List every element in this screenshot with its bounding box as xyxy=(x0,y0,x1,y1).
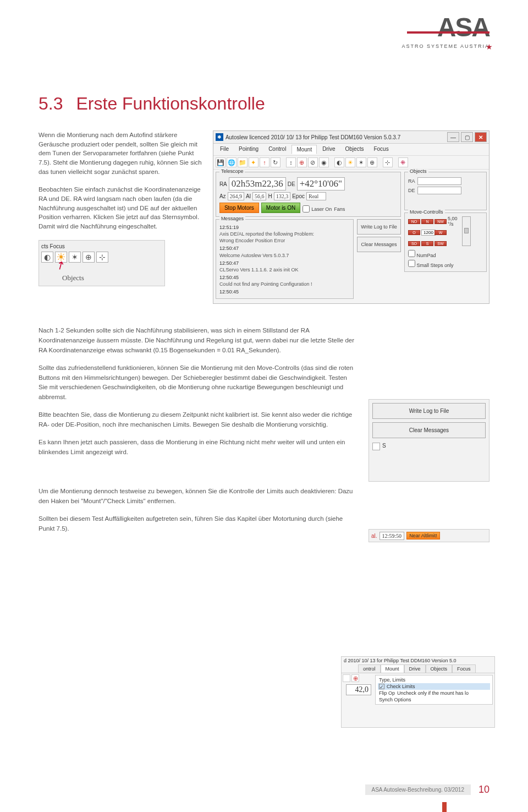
cl-item-check-limits[interactable]: ✓Check Limits xyxy=(378,683,490,690)
obj-de-label: DE xyxy=(408,188,415,193)
fans-label: Fans xyxy=(334,206,345,212)
up-arrow-icon[interactable]: ↑ xyxy=(260,157,270,167)
cl-tab-focus[interactable]: Focus xyxy=(452,664,476,673)
globe-icon[interactable]: 🌐 xyxy=(227,157,237,167)
body-p1: Nach 1-2 Sekunden sollte sich die Nachfü… xyxy=(38,326,358,355)
epoc-value[interactable]: Real xyxy=(306,192,326,200)
menu-bar: File Pointing Control Mount Drive Object… xyxy=(213,144,489,156)
logo-text: ASA xyxy=(402,17,490,39)
menu-focus[interactable]: Focus xyxy=(369,145,393,154)
obj-ra-field[interactable] xyxy=(417,177,461,185)
stop-motors-button[interactable]: Stop Motors xyxy=(219,203,259,213)
check-limits-snippet: d 2010/ 10/ 13 for Philipp Test DDM160 V… xyxy=(341,656,495,728)
cl-tooltip: Uncheck only if the mount has lo xyxy=(397,690,469,696)
move-speed-input[interactable] xyxy=(421,230,436,236)
laser-label: Laser On xyxy=(311,206,332,212)
window-titlebar: ✱ Autoslew licenced 2010/ 10/ 13 for Phi… xyxy=(213,131,489,144)
az-value: 264,9 xyxy=(228,192,245,200)
motor-on-button[interactable]: Motor is ON xyxy=(261,203,300,213)
refresh-icon[interactable]: ↻ xyxy=(271,157,280,167)
page-footer: ASA Autoslew-Beschreibung. 03/2012 10 xyxy=(365,784,490,795)
messages-log: 12:51:19 Axis DE/AL reported the followi… xyxy=(219,224,350,295)
galaxy-icon[interactable]: ◉ xyxy=(319,157,329,167)
pointer-icon[interactable]: ↕ xyxy=(286,157,296,167)
snippet-s-label: S xyxy=(382,443,386,449)
close-button[interactable]: ✕ xyxy=(475,132,487,142)
limit-al-label: al. xyxy=(371,533,377,539)
menu-objects[interactable]: Objects xyxy=(341,145,369,154)
obj-ra-label: RA xyxy=(408,178,415,184)
small-steps-checkbox[interactable] xyxy=(408,260,415,267)
epoc-label: Epoc xyxy=(292,193,305,199)
menu-drive[interactable]: Drive xyxy=(318,145,339,154)
move-no-button[interactable]: NO xyxy=(408,219,420,224)
star-target-icon[interactable]: ✶ xyxy=(69,252,81,263)
crosshair-icon[interactable]: ⊹ xyxy=(96,252,108,263)
menu-file[interactable]: File xyxy=(216,145,233,154)
move-nw-button[interactable]: NW xyxy=(435,219,447,224)
minimize-button[interactable]: — xyxy=(447,132,459,142)
cl-item-synch[interactable]: Synch Options xyxy=(378,696,490,703)
menu-pointing[interactable]: Pointing xyxy=(234,145,263,154)
cl-icon-2[interactable]: ⊕ xyxy=(351,674,359,682)
menu-control[interactable]: Control xyxy=(264,145,290,154)
dotted-crosshair-icon[interactable]: ⁜ xyxy=(398,157,408,167)
sun-toolbar-icon[interactable]: ☀ xyxy=(345,157,355,167)
moon-icon: ◐ xyxy=(41,252,53,263)
maximize-button[interactable]: ▢ xyxy=(461,132,473,142)
menu-mount[interactable]: Mount xyxy=(292,145,317,154)
de-label: DE xyxy=(288,181,295,187)
cl-tab-control[interactable]: ontrol xyxy=(358,664,381,673)
crosshair-large-icon[interactable]: ⊹ xyxy=(383,157,393,167)
strike-target-icon[interactable]: ⊘ xyxy=(308,157,318,167)
small-target-icon[interactable]: ⊕ xyxy=(367,157,377,167)
snippet-clear-button[interactable]: Clear Messages xyxy=(372,422,486,438)
target-icon[interactable]: ⊕ xyxy=(297,157,307,167)
company-logo: ASA ASTRO SYSTEME AUSTRIA★ xyxy=(402,17,490,49)
section-heading: 5.3Erste Funktionskontrolle xyxy=(38,94,490,114)
cl-item-flip[interactable]: Flip OpUncheck only if the mount has lo xyxy=(378,690,490,696)
red-arrow-annotation: ↗ xyxy=(55,261,66,270)
move-w-button[interactable]: W xyxy=(435,230,447,235)
cl-item-type-limits[interactable]: Type, Limits xyxy=(378,677,490,683)
app-icon: ✱ xyxy=(216,133,223,141)
cl-tab-mount[interactable]: Mount xyxy=(381,664,404,673)
numpad-label: NumPad xyxy=(417,253,436,258)
star-sync-icon[interactable]: ✶ xyxy=(356,157,366,167)
cl-coord-42: 42,0 xyxy=(346,684,371,695)
cl-tab-drive[interactable]: Drive xyxy=(404,664,426,673)
clear-messages-button[interactable]: Clear Messages xyxy=(357,237,401,252)
speed-slider[interactable] xyxy=(462,216,471,246)
logo-subtitle: ASTRO SYSTEME AUSTRIA★ xyxy=(402,43,490,49)
obj-de-field[interactable] xyxy=(417,187,461,194)
body-p5: Um die Montierung dennoch testweise zu b… xyxy=(38,487,358,506)
body-p2: Sollte das zufriedenstellend funktionier… xyxy=(38,363,358,402)
de-value: +42°10'06" xyxy=(297,177,345,190)
cl-tab-objects[interactable]: Objects xyxy=(426,664,453,673)
body-text-column: Nach 1-2 Sekunden sollte sich die Nachfü… xyxy=(38,326,358,533)
write-log-snippet: Write Log to File Clear Messages S xyxy=(369,399,490,482)
body-p4: Es kann Ihnen jetzt auch passieren, dass… xyxy=(38,438,358,457)
al-label: Al xyxy=(246,193,251,199)
numpad-checkbox[interactable] xyxy=(408,250,415,257)
folder-icon[interactable]: 📁 xyxy=(238,157,248,167)
move-o-button[interactable]: O xyxy=(408,230,420,235)
move-sw-button[interactable]: SW xyxy=(435,241,447,246)
move-n-button[interactable]: N xyxy=(421,219,433,224)
cl-icon-1[interactable] xyxy=(343,674,350,682)
plus-target-icon[interactable]: ⊕ xyxy=(82,252,95,263)
save-icon[interactable]: 💾 xyxy=(216,157,226,167)
objects-group-title: Objects xyxy=(408,168,428,174)
small-steps-label: Small Steps only xyxy=(417,263,454,268)
move-s-button[interactable]: S xyxy=(421,241,433,246)
ra-label: RA xyxy=(219,181,227,187)
az-label: Az xyxy=(219,193,226,199)
star-icon[interactable]: ✦ xyxy=(249,157,258,167)
snippet-write-log-button[interactable]: Write Log to File xyxy=(372,403,486,419)
body-p3: Bitte beachten Sie, dass die Montierung … xyxy=(38,410,358,430)
move-so-button[interactable]: SO xyxy=(408,241,420,246)
write-log-button[interactable]: Write Log to File xyxy=(357,219,401,235)
moon-phase-icon[interactable]: ◐ xyxy=(334,157,344,167)
check-icon: ✓ xyxy=(379,684,384,689)
laser-checkbox[interactable] xyxy=(302,205,310,212)
